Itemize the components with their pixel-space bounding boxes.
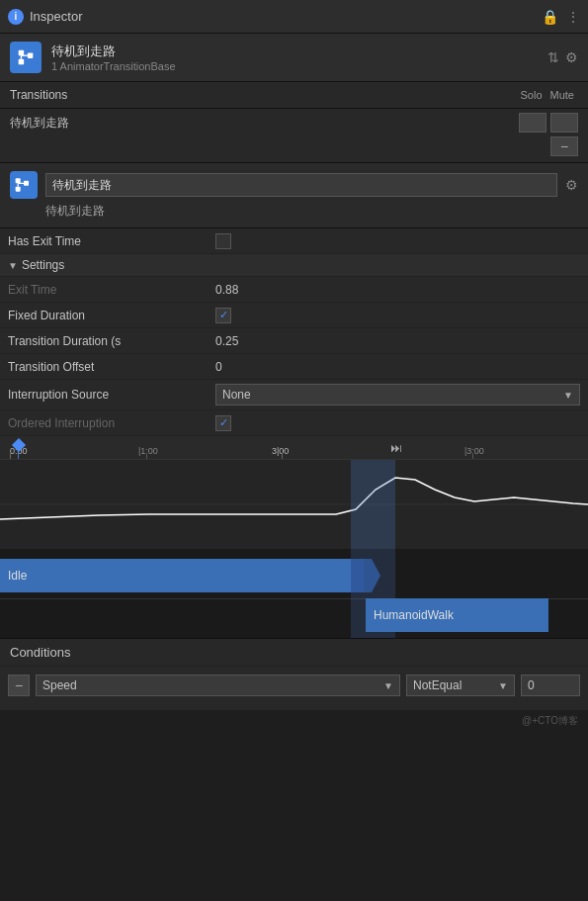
ruler-marker-1: |1:00 <box>138 446 158 456</box>
skip-end-icon[interactable]: ⏭ <box>390 441 402 455</box>
svg-rect-9 <box>24 181 29 186</box>
solo-label: Solo <box>521 89 543 101</box>
ordered-interruption-label: Ordered Interruption <box>8 416 215 430</box>
track-idle: Idle <box>0 559 364 592</box>
remove-transition-button[interactable]: − <box>550 136 578 156</box>
footer: @+CTO博客 <box>0 710 588 732</box>
watermark-text: @+CTO博客 <box>522 715 578 726</box>
has-exit-time-checkbox[interactable] <box>215 233 231 249</box>
condition-value: 0 <box>521 675 580 696</box>
timeline-tracks: Idle HumanoidWalk <box>0 549 588 638</box>
object-text: 待机到走路 1 AnimatorTransitionBase <box>51 43 547 72</box>
condition-operator-value: NotEqual <box>413 678 462 692</box>
exit-time-value: 0.88 <box>215 283 580 297</box>
condition-row-0: − Speed ▼ NotEqual ▼ 0 <box>0 671 588 700</box>
transition-row: 待机到走路 <box>0 109 588 136</box>
exit-time-row: Exit Time 0.88 <box>0 277 588 303</box>
remove-condition-button[interactable]: − <box>8 675 30 696</box>
settings-arrow-icon: ▼ <box>8 260 18 271</box>
has-exit-time-row: Has Exit Time <box>0 228 588 254</box>
minus-btn-container: − <box>0 136 588 156</box>
te-gear-icon[interactable]: ⚙ <box>565 177 578 193</box>
timeline-graph <box>0 460 588 549</box>
track-walk-label: HumanoidWalk <box>374 608 454 622</box>
ruler-marker-3: |3:00 <box>464 446 484 456</box>
transitions-label: Transitions <box>10 88 521 102</box>
svg-rect-4 <box>28 52 34 58</box>
lock-icon[interactable]: 🔒 <box>542 9 558 25</box>
operator-dropdown-arrow: ▼ <box>498 680 508 691</box>
conditions-header: Conditions <box>0 639 588 667</box>
object-action-tune-icon[interactable]: ⇅ <box>547 49 559 65</box>
settings-label: Settings <box>22 258 64 272</box>
transition-duration-value: 0.25 <box>215 334 580 348</box>
transition-duration-label: Transition Duration (s <box>8 334 215 348</box>
settings-header: ▼ Settings <box>0 254 588 277</box>
transition-name: 待机到走路 <box>10 115 519 132</box>
transitions-header: Transitions Solo Mute <box>0 82 588 109</box>
interruption-source-value: None <box>222 388 251 402</box>
transitions-section: Transitions Solo Mute 待机到走路 − <box>0 82 588 163</box>
inspector-title: Inspector <box>30 9 542 24</box>
transition-duration-row: Transition Duration (s 0.25 <box>0 328 588 354</box>
transition-offset-row: Transition Offset 0 <box>0 354 588 380</box>
inspector-header: i Inspector 🔒 ⋮ <box>0 0 588 34</box>
exit-time-label: Exit Time <box>8 283 215 297</box>
mute-label: Mute <box>550 89 574 101</box>
ruler-marker-2: 3|00 <box>272 446 289 456</box>
transition-editor: ⚙ 待机到走路 <box>0 163 588 228</box>
fixed-duration-checkbox[interactable] <box>215 308 231 323</box>
interruption-source-row: Interruption Source None ▼ <box>0 380 588 410</box>
object-type: 1 AnimatorTransitionBase <box>51 60 547 72</box>
object-action-gear-icon[interactable]: ⚙ <box>565 49 578 65</box>
fixed-duration-row: Fixed Duration <box>0 303 588 328</box>
menu-icon[interactable]: ⋮ <box>566 9 580 25</box>
svg-rect-6 <box>16 178 21 183</box>
condition-param-dropdown[interactable]: Speed ▼ <box>36 675 400 696</box>
track-idle-label: Idle <box>8 569 27 583</box>
object-name: 待机到走路 <box>51 43 547 60</box>
transition-offset-label: Transition Offset <box>8 360 215 374</box>
solo-checkbox[interactable] <box>519 113 546 133</box>
graph-svg <box>0 460 588 549</box>
condition-param-value: Speed <box>42 678 77 692</box>
solo-mute-group: Solo Mute <box>521 89 579 101</box>
svg-rect-5 <box>16 187 21 192</box>
object-row: 待机到走路 1 AnimatorTransitionBase ⇅ ⚙ <box>0 34 588 82</box>
fixed-duration-label: Fixed Duration <box>8 309 215 322</box>
te-subtitle: 待机到走路 <box>10 203 578 220</box>
ordered-interruption-checkbox[interactable] <box>215 415 231 431</box>
timeline-ruler[interactable]: 0:00 |1:00 3|00 ⏭ |3:00 <box>0 436 588 460</box>
condition-operator-dropdown[interactable]: NotEqual ▼ <box>406 675 515 696</box>
param-dropdown-arrow: ▼ <box>383 680 393 691</box>
ordered-interruption-row: Ordered Interruption <box>0 410 588 436</box>
has-exit-time-label: Has Exit Time <box>8 234 215 248</box>
mute-checkbox[interactable] <box>550 113 578 133</box>
interruption-source-label: Interruption Source <box>8 388 215 402</box>
timeline-section: 0:00 |1:00 3|00 ⏭ |3:00 Idle <box>0 436 588 639</box>
transition-offset-value: 0 <box>215 360 580 374</box>
inspector-icon: i <box>8 9 24 25</box>
te-header: ⚙ <box>10 171 578 199</box>
properties-section: Has Exit Time ▼ Settings Exit Time 0.88 … <box>0 228 588 436</box>
transition-checkboxes <box>519 113 578 133</box>
conditions-section: Conditions − Speed ▼ NotEqual ▼ 0 <box>0 639 588 710</box>
object-actions: ⇅ ⚙ <box>547 49 578 65</box>
header-icons: 🔒 ⋮ <box>542 9 580 25</box>
transition-name-input[interactable] <box>45 173 557 197</box>
dropdown-arrow-icon: ▼ <box>563 390 573 401</box>
object-icon <box>10 42 42 73</box>
interruption-source-dropdown[interactable]: None ▼ <box>215 384 580 405</box>
svg-rect-0 <box>19 59 25 65</box>
track-walk: HumanoidWalk <box>366 598 548 632</box>
svg-rect-1 <box>19 50 25 56</box>
te-icon <box>10 171 38 199</box>
